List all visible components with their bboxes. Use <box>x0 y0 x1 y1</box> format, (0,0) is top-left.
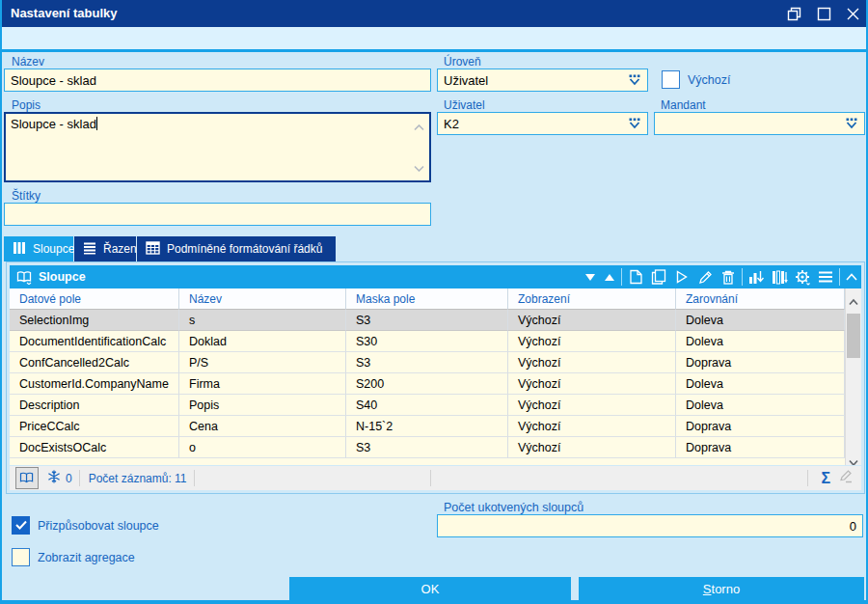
table-cell: o <box>179 437 346 458</box>
dropdown-icon[interactable] <box>845 118 858 133</box>
table-cell: Výchozí <box>508 373 676 395</box>
copy-record-icon[interactable] <box>647 265 670 288</box>
tab-razeni[interactable]: Řazení <box>74 236 136 261</box>
column-header[interactable]: Název <box>179 288 346 310</box>
toolbar-separator <box>742 268 743 286</box>
sort-lines-icon <box>83 241 96 258</box>
tab-label: Řazení <box>103 242 140 256</box>
column-header[interactable]: Zarovnání <box>676 288 845 310</box>
status-bar: 0 Počet záznamů: 11 Σ <box>10 466 861 490</box>
table-cell: Description <box>10 395 179 416</box>
columns-setup-icon[interactable] <box>768 265 791 288</box>
book-view-button[interactable] <box>15 467 39 489</box>
header-separator <box>0 49 868 52</box>
storno-button[interactable]: Storno <box>579 577 864 600</box>
edit-disabled-icon <box>838 469 854 487</box>
mandant-label: Mandant <box>661 98 706 112</box>
table-cell: Doprava <box>676 352 845 373</box>
scroll-up-icon[interactable] <box>849 292 858 300</box>
columns-panel: Sloupce Datové poleNázevMaska pole <box>6 261 865 494</box>
sum-icon[interactable]: Σ <box>815 470 836 487</box>
aggregations-label: Zobrazit agregace <box>38 551 135 564</box>
column-header[interactable]: Datové pole <box>10 288 179 310</box>
record-count: Počet záznamů: 11 <box>89 472 187 485</box>
collapse-panel-icon[interactable] <box>842 265 861 288</box>
dropdown-icon[interactable] <box>628 74 641 90</box>
restore-icon[interactable] <box>786 6 802 22</box>
table-cell: Výchozí <box>508 437 676 458</box>
table-cell: Výchozí <box>508 395 676 416</box>
tab-podminene-formatovani[interactable]: Podmíněné formátování řádků <box>137 236 336 261</box>
table-cell: Cena <box>179 416 346 437</box>
table-row[interactable]: DescriptionPopisS40VýchozíDoleva <box>10 395 845 416</box>
maximize-icon[interactable] <box>816 6 832 22</box>
nazev-input[interactable]: Sloupce - sklad <box>4 69 431 92</box>
column-header[interactable]: Maska pole <box>346 288 508 310</box>
vertical-scrollbar[interactable] <box>845 288 861 465</box>
stitky-input[interactable] <box>4 203 431 226</box>
delete-icon[interactable] <box>717 265 740 288</box>
tab-sloupce[interactable]: Sloupce <box>4 236 73 261</box>
uroven-label: Úroveň <box>444 55 481 69</box>
status-separator <box>807 470 808 486</box>
uroven-dropdown[interactable]: Uživatel <box>437 69 648 92</box>
menu-icon[interactable] <box>814 265 837 288</box>
nazev-label: Název <box>12 55 44 69</box>
column-header[interactable]: Zobrazení <box>508 288 676 310</box>
fit-columns-checkbox[interactable] <box>12 516 30 535</box>
vychozi-checkbox[interactable] <box>662 70 680 89</box>
scroll-down-icon[interactable] <box>849 453 858 461</box>
table-cell: Doleva <box>676 331 845 352</box>
settings-gear-icon[interactable] <box>791 265 814 288</box>
dropdown-icon[interactable] <box>628 118 641 133</box>
ok-button[interactable]: OK <box>289 577 571 600</box>
table-cell: CustomerId.CompanyName <box>10 373 179 395</box>
uzivatel-dropdown[interactable]: K2 <box>437 112 648 135</box>
table-row[interactable]: DocumentIdentificationCalcDokladS30Výcho… <box>10 331 845 352</box>
popis-textarea[interactable]: Sloupce - sklad <box>4 112 431 182</box>
close-icon[interactable] <box>845 6 861 22</box>
uzivatel-label: Uživatel <box>444 98 485 112</box>
snowflake-icon <box>47 470 61 486</box>
table-cell: ConfCancelled2Calc <box>10 352 179 373</box>
table-cell: S3 <box>346 437 508 458</box>
move-down-icon[interactable] <box>581 265 600 288</box>
anchored-columns-value: 0 <box>850 519 856 534</box>
table-header-row: Datové poleNázevMaska poleZobrazeníZarov… <box>10 288 845 311</box>
table-row[interactable]: PriceCCalcCenaN-15`2VýchozíDoprava <box>10 416 845 437</box>
window-title: Nastavení tabulky <box>11 6 118 20</box>
table-row[interactable]: DocExistsOCalcoS3VýchozíDoprava <box>10 437 845 458</box>
table-cell: S3 <box>346 352 508 373</box>
table-row[interactable]: ConfCancelled2CalcP/SS3VýchozíDoprava <box>10 352 845 373</box>
chart-icon[interactable] <box>745 265 768 288</box>
table-cell: SelectionImg <box>10 309 179 331</box>
table-cell: DocExistsOCalc <box>10 437 179 458</box>
table-grid-icon <box>146 241 160 258</box>
table-cell: Výchozí <box>508 352 676 373</box>
table-cell: Výchozí <box>508 309 676 331</box>
panel-header: Sloupce <box>10 265 861 288</box>
anchored-columns-label: Počet ukotvených sloupců <box>444 501 583 514</box>
table-row[interactable]: SelectionImgsS3VýchozíDoleva <box>10 310 845 331</box>
edit-icon[interactable] <box>693 265 717 288</box>
uzivatel-value: K2 <box>444 117 459 131</box>
scroll-down-icon[interactable] <box>414 160 424 175</box>
scrollbar-thumb[interactable] <box>847 314 860 358</box>
run-icon[interactable] <box>670 265 693 288</box>
scroll-up-icon[interactable] <box>414 120 424 134</box>
table-row[interactable]: CustomerId.CompanyNameFirmaS200VýchozíDo… <box>10 373 845 395</box>
status-separator <box>79 470 80 486</box>
tab-label: Sloupce <box>33 242 74 256</box>
anchored-columns-input[interactable]: 0 <box>437 514 863 537</box>
frozen-count: 0 <box>47 470 72 486</box>
table-cell: N-15`2 <box>346 416 508 437</box>
aggregations-checkbox[interactable] <box>12 548 30 566</box>
table-cell: Doklad <box>179 331 346 352</box>
table-cell: Doleva <box>676 395 845 416</box>
mandant-dropdown[interactable] <box>654 112 865 135</box>
new-record-icon[interactable] <box>624 265 647 288</box>
move-up-icon[interactable] <box>600 265 619 288</box>
table-cell: Popis <box>179 395 346 416</box>
table-cell: Doleva <box>676 309 845 331</box>
toolbar-separator <box>621 268 622 286</box>
